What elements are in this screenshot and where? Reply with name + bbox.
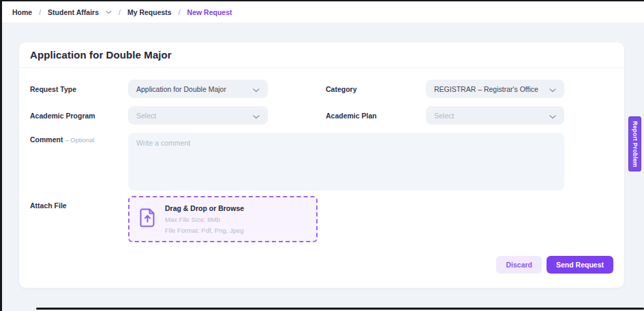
breadcrumb-bar: Home / Student Affairs / My Requests / N… xyxy=(2,1,644,22)
upload-format: File Format: Pdf, Png, Jpeg xyxy=(165,227,244,234)
category-value: REGISTRAR – Registrar's Office xyxy=(434,85,538,93)
academic-program-label: Academic Program xyxy=(30,112,128,120)
upload-max-size: Max File Size: 8Mb xyxy=(165,216,244,223)
category-label: Category xyxy=(326,85,426,93)
category-select[interactable]: REGISTRAR – Registrar's Office xyxy=(426,80,564,98)
chevron-down-icon xyxy=(253,110,260,122)
send-request-button[interactable]: Send Request xyxy=(547,256,613,274)
upload-text-block: Drag & Drop or Browse Max File Size: 8Mb… xyxy=(165,204,244,234)
form-row-request-type-category: Request Type Application for Double Majo… xyxy=(30,80,613,98)
request-type-value: Application for Double Major xyxy=(136,85,226,93)
form-actions: Discard Send Request xyxy=(30,256,613,274)
breadcrumb-separator: / xyxy=(179,8,181,16)
academic-plan-label: Academic Plan xyxy=(326,112,426,120)
comment-optional-note: – Optional xyxy=(65,136,94,144)
app-window: Home / Student Affairs / My Requests / N… xyxy=(0,0,644,311)
form-row-attach: Attach File Drag & Drop or Browse Max Fi… xyxy=(30,196,613,242)
upload-title[interactable]: Drag & Drop or Browse xyxy=(165,204,244,212)
breadcrumb-my-requests[interactable]: My Requests xyxy=(127,8,172,16)
form-row-program-plan: Academic Program Select Academic Plan Se… xyxy=(30,106,613,125)
request-type-label: Request Type xyxy=(30,85,128,93)
breadcrumb-new-request: New Request xyxy=(187,8,232,16)
chevron-down-icon[interactable] xyxy=(106,10,112,14)
chevron-down-icon xyxy=(549,83,556,95)
request-form-card: Application for Double Major Request Typ… xyxy=(19,42,624,288)
breadcrumb-separator: / xyxy=(39,8,41,16)
report-problem-tab[interactable]: Report Problem xyxy=(628,116,641,171)
academic-program-select[interactable]: Select xyxy=(128,106,268,125)
comment-input[interactable] xyxy=(128,133,564,191)
bottom-divider xyxy=(36,308,644,310)
form-body: Request Type Application for Double Majo… xyxy=(19,68,624,274)
breadcrumb-student-affairs[interactable]: Student Affairs xyxy=(48,8,99,16)
request-type-select[interactable]: Application for Double Major xyxy=(128,80,268,98)
discard-button[interactable]: Discard xyxy=(496,256,542,274)
academic-program-placeholder: Select xyxy=(136,112,156,120)
breadcrumb-home[interactable]: Home xyxy=(12,8,32,16)
breadcrumb-separator: / xyxy=(119,8,121,16)
academic-plan-select[interactable]: Select xyxy=(426,106,564,125)
chevron-down-icon xyxy=(549,110,556,122)
file-dropzone[interactable]: Drag & Drop or Browse Max File Size: 8Mb… xyxy=(128,196,318,242)
academic-plan-placeholder: Select xyxy=(434,112,454,120)
upload-file-icon xyxy=(140,208,155,230)
breadcrumb: Home / Student Affairs / My Requests / N… xyxy=(12,8,232,16)
card-header: Application for Double Major xyxy=(19,42,624,68)
form-row-comment: Comment– Optional xyxy=(30,133,613,191)
chevron-down-icon xyxy=(253,83,260,95)
attach-file-label: Attach File xyxy=(30,196,128,210)
page-title: Application for Double Major xyxy=(30,49,172,61)
comment-label: Comment– Optional xyxy=(30,133,128,144)
